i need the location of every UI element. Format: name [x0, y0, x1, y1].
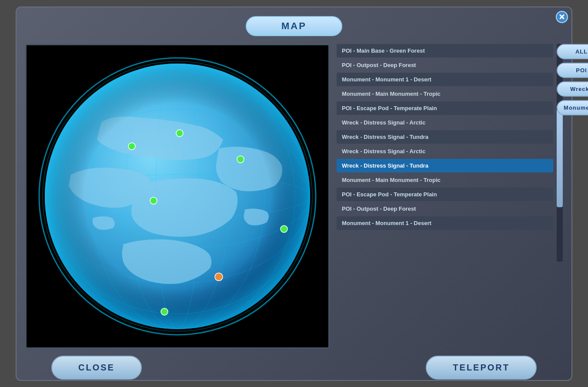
poi-item[interactable]: POI - Main Base - Green Forest [337, 44, 553, 57]
scrollbar-thumb[interactable] [557, 109, 563, 207]
poi-item[interactable]: POI - Outpost - Deep Forest [337, 58, 553, 72]
poi-item[interactable]: POI - Outpost - Deep Forest [337, 202, 553, 215]
poi-item[interactable]: Monument - Main Monument - Tropic [337, 173, 553, 187]
poi-item[interactable]: Wreck - Distress Signal - Tundra [337, 130, 553, 144]
filter-all-button[interactable]: ALL [557, 44, 588, 59]
svg-point-12 [45, 64, 310, 329]
dialog-title: MAP [246, 16, 342, 36]
map-dialog: MAP [16, 7, 572, 381]
poi-item[interactable]: Wreck - Distress Signal - Arctic [337, 145, 553, 158]
map-point-7[interactable] [161, 308, 168, 315]
poi-item[interactable]: Wreck - Distress Signal - Arctic [337, 116, 553, 129]
close-x-button[interactable] [556, 11, 568, 23]
map-point-6[interactable] [215, 273, 223, 281]
bottom-bar: CLOSE TELEPORT [25, 356, 563, 380]
poi-item[interactable]: Monument - Monument 1 - Desert [337, 73, 553, 86]
poi-item[interactable]: Wreck - Distress Signal - Tundra [337, 159, 553, 172]
poi-item[interactable]: POI - Escape Pod - Temperate Plain [337, 188, 553, 201]
map-point-4[interactable] [150, 197, 157, 204]
map-point-5[interactable] [281, 225, 287, 232]
map-point-3[interactable] [237, 156, 244, 163]
filter-buttons: ALL POI Wrecks Monuments [557, 44, 588, 115]
map-point-2[interactable] [176, 130, 183, 137]
filter-poi-button[interactable]: POI [557, 63, 588, 78]
filter-wrecks-button[interactable]: Wrecks [557, 81, 588, 97]
filter-monuments-button[interactable]: Monuments [557, 100, 588, 115]
map-point-1[interactable] [128, 143, 135, 150]
teleport-button[interactable]: TELEPORT [426, 356, 537, 380]
close-button[interactable]: CLOSE [51, 356, 142, 380]
globe-svg [36, 53, 319, 340]
poi-item[interactable]: Monument - Main Monument - Tropic [337, 87, 553, 101]
poi-item[interactable]: Monument - Monument 1 - Desert [337, 216, 553, 230]
content-row: POI - Main Base - Green ForestPOI - Outp… [25, 44, 563, 349]
right-panel: POI - Main Base - Green ForestPOI - Outp… [337, 44, 563, 349]
globe-wrapper [27, 45, 328, 347]
poi-list: POI - Main Base - Green ForestPOI - Outp… [337, 44, 553, 230]
poi-item[interactable]: POI - Escape Pod - Temperate Plain [337, 101, 553, 115]
title-bar: MAP [25, 16, 563, 36]
map-container [25, 44, 330, 349]
